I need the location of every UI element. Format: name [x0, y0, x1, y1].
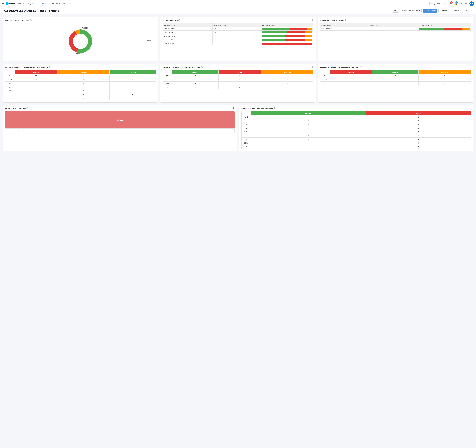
card-header: Maintain a Vulnerability Management Prog…: [320, 66, 471, 69]
passed-header: PASSED: [109, 70, 156, 74]
passed-val: 0: [109, 97, 156, 100]
breadcrumb-separator: >: [49, 3, 50, 5]
compliance-name: Protect Cardhol...: [163, 42, 213, 46]
row-label: 7.2: [163, 85, 172, 89]
navbar-left: ☰ tenable Vulnerability Management Dashb…: [2, 2, 65, 5]
notifications-button[interactable]: 🔔 16: [454, 2, 458, 6]
info-icon[interactable]: ⓘ: [360, 66, 362, 69]
table-row: Maintain a Vulne... 22: [163, 34, 313, 38]
three-dot-menu[interactable]: ⋮: [311, 19, 313, 22]
passed-val: 16: [251, 141, 366, 145]
failed-val: 0: [219, 85, 261, 89]
breadcrumb-dashboards[interactable]: Dashboards: [39, 3, 48, 5]
all-dropdown[interactable]: All ▾: [393, 9, 399, 12]
warning-val: 2: [261, 85, 313, 89]
avatar[interactable]: CE: [469, 1, 474, 6]
protect-cardholder-card: Protect Cardholder Data ⓘ ⋮ FAILED 4.1 8: [3, 105, 237, 151]
passed-val: 0: [372, 82, 419, 85]
failed-val: 11: [15, 78, 57, 82]
warning-val: 9: [57, 78, 109, 82]
three-dot-menu[interactable]: ⋮: [232, 107, 235, 110]
three-dot-menu[interactable]: ⋮: [153, 66, 156, 69]
row-label: 10.1: [242, 115, 251, 119]
info-icon[interactable]: ⓘ: [201, 66, 203, 69]
tenable-logo: [6, 2, 9, 5]
failed-val: 8: [15, 89, 57, 93]
failed-val: 8: [366, 138, 471, 141]
gear-icon: ⚙: [460, 2, 462, 5]
donut-chart: PASSED FAILED WARNING: [5, 23, 156, 59]
row-label: 6.2: [320, 82, 330, 85]
failed-val: 2: [366, 115, 471, 119]
share-button[interactable]: ↗ Share: [438, 9, 448, 13]
three-dot-menu[interactable]: ⋮: [153, 19, 156, 22]
help-badge: 7: [450, 1, 453, 4]
row-label: 5.1.1: [320, 78, 330, 82]
failed-val: 8: [15, 85, 57, 89]
three-dot-menu[interactable]: ⋮: [469, 66, 471, 69]
share-icon: ↗: [440, 10, 442, 12]
table-row: 10.3.1 16 8: [242, 141, 471, 145]
passed-val: 16: [251, 119, 366, 123]
table-row: 1.1 8 2 8: [5, 89, 156, 93]
grid-icon: ⊞: [465, 2, 467, 5]
table-row: 1.2 8 2 8: [5, 82, 156, 85]
card-header: Control Summary ⓘ ⋮: [163, 19, 313, 22]
regularly-monitor-title: Regularly Monitor and Test Networks: [241, 107, 273, 109]
table-row: 10.3.6 16 8: [242, 126, 471, 130]
brand-name: tenable: [9, 2, 15, 5]
help-button[interactable]: ? 7: [448, 2, 452, 6]
export-label: Export: [453, 10, 458, 12]
export-button[interactable]: ⤴ Export ▾: [450, 9, 461, 13]
apps-button[interactable]: ⊞: [464, 2, 468, 6]
failed-val: 0: [366, 145, 471, 149]
row-label: 8.5: [163, 78, 172, 82]
info-icon[interactable]: ⓘ: [26, 107, 28, 109]
info-icon[interactable]: ⓘ: [178, 19, 180, 22]
protect-cardholder-title: Protect Cardholder Data: [5, 107, 26, 109]
passed-val: 16: [251, 126, 366, 130]
three-dot-menu[interactable]: ⋮: [311, 66, 313, 69]
row-label: 7.1.2: [163, 74, 172, 78]
audit-check-title: Audit Check Type Summary: [320, 19, 344, 21]
warning-val: 0: [261, 82, 313, 85]
three-dot-menu[interactable]: ⋮: [469, 19, 471, 22]
dashboard-icon: ⊞: [402, 10, 403, 12]
row-label: 10.3.5: [242, 134, 251, 138]
info-icon[interactable]: ⓘ: [30, 19, 32, 22]
warning-val: 2: [57, 82, 109, 85]
passed-val: 8: [109, 93, 156, 97]
jump-label: Jump to Dashboard: [404, 10, 418, 12]
three-dot-menu[interactable]: ⋮: [469, 107, 471, 110]
jump-to-dashboard-button[interactable]: ⊞ Jump to Dashboard ▾: [400, 9, 422, 13]
info-icon[interactable]: ⓘ: [345, 19, 346, 22]
failed-val: 2: [219, 78, 261, 82]
warning-val: 2: [261, 74, 313, 78]
table-row: 10.3.4 16 8: [242, 138, 471, 141]
col-compliance: Compliance Fa...: [163, 23, 213, 27]
failed-val: 2: [219, 82, 261, 85]
implement-strong-table: PASSED FAILED WARNING 7.1.2 7 3 2 8.5 2 …: [163, 70, 313, 89]
more-button[interactable]: ⋮ More ▾: [462, 9, 473, 13]
table-row: 10.3 16 8: [242, 123, 471, 126]
bar-cell: [261, 42, 313, 46]
ref-count: 406: [369, 27, 418, 31]
quick-actions-button[interactable]: ☆ Quick Actions ▾: [430, 2, 447, 5]
hamburger-menu[interactable]: ☰: [2, 2, 4, 5]
failed-val: 22: [15, 74, 57, 78]
dashboards-button[interactable]: ⊞ Dashboards: [423, 9, 437, 13]
info-icon[interactable]: ⓘ: [49, 66, 51, 69]
donut-svg: [65, 26, 96, 56]
row-label: 1.2.1: [5, 93, 15, 97]
info-icon[interactable]: ⓘ: [274, 107, 275, 109]
settings-button[interactable]: ⚙: [459, 2, 463, 6]
middle-grid: Build and Maintain a Secure Network and …: [3, 64, 473, 103]
warning-val: 0: [419, 74, 471, 78]
ellipsis-icon: ⋮: [464, 10, 465, 12]
treemap-failed-block: FAILED: [5, 111, 235, 128]
warning-val: 0: [419, 78, 471, 82]
bar-cell: [418, 27, 471, 31]
compliance-name: Maintain a Vulne...: [163, 34, 213, 38]
card-header: Framework Result Summary ⓘ ⋮: [5, 19, 156, 22]
notif-badge: 16: [456, 1, 458, 4]
